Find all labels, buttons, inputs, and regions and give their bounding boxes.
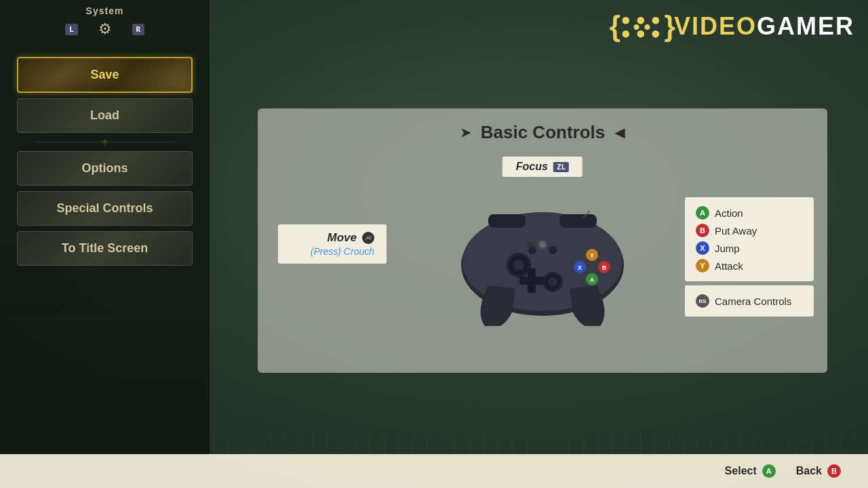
jump-text: Jump	[715, 243, 740, 254]
logo-bracket-right: }	[665, 10, 674, 43]
logo-bracket-left: {	[610, 10, 619, 43]
back-action: Back B	[796, 464, 841, 478]
action-text: Action	[715, 207, 743, 219]
right-controls-panel: A Action B Put Away X Jump Y Attack	[685, 197, 814, 317]
sidebar: System L ⚙ R Save Load Options Special C…	[0, 0, 210, 488]
x-button-icon: X	[696, 241, 709, 255]
r-button[interactable]: R	[132, 24, 145, 35]
main-panel: ➤ Basic Controls ◀ Focus ZL Move 🎮 (Pres…	[258, 108, 827, 373]
logo-gamer: GAMER	[757, 12, 854, 41]
svg-text:B: B	[602, 264, 607, 271]
action-item: A Action	[696, 204, 803, 222]
bottom-a-button[interactable]: A	[762, 464, 776, 478]
basic-controls-title: Basic Controls	[481, 122, 606, 143]
rs-button-icon: RS	[696, 294, 709, 308]
svg-text:Y: Y	[590, 252, 594, 259]
select-label: Select	[725, 465, 757, 477]
options-button[interactable]: Options	[17, 151, 193, 186]
svg-text:A: A	[590, 277, 595, 283]
panel-title: ➤ Basic Controls ◀	[271, 122, 814, 143]
move-label: Move 🎮 (Press) Crouch	[278, 224, 387, 264]
svg-rect-3	[559, 214, 597, 228]
jump-item: X Jump	[696, 239, 803, 257]
b-button-icon: B	[696, 224, 709, 237]
svg-text:X: X	[578, 264, 582, 271]
svg-point-9	[548, 277, 557, 287]
logo-area: { ⬤ ⬤ ⬤ ⬤ ⬤ ⬤ ⬤ ⬤ } VIDEO GAMER	[610, 10, 854, 43]
stick-icon: 🎮	[362, 232, 374, 244]
attack-text: Attack	[715, 260, 743, 272]
controls-area: Focus ZL Move 🎮 (Press) Crouch	[271, 157, 814, 360]
save-button[interactable]: Save	[17, 57, 193, 93]
put-away-item: B Put Away	[696, 222, 803, 239]
svg-rect-24	[528, 242, 534, 247]
svg-point-6	[513, 260, 524, 270]
camera-controls-text: Camera Controls	[715, 296, 791, 307]
svg-point-22	[549, 246, 557, 254]
camera-box: RS Camera Controls	[685, 285, 814, 317]
load-button[interactable]: Load	[17, 98, 193, 133]
arrow-right-deco: ◀	[615, 125, 625, 140]
focus-text: Focus	[516, 161, 548, 173]
to-title-screen-button[interactable]: To Title Screen	[17, 231, 193, 266]
logo-video: VIDEO	[674, 12, 757, 41]
a-button-icon: A	[696, 206, 709, 220]
system-header: System L ⚙ R	[0, 0, 210, 43]
controller-svg: Y B A X	[448, 177, 637, 326]
camera-item: RS Camera Controls	[696, 292, 803, 310]
action-box: A Action B Put Away X Jump Y Attack	[685, 197, 814, 281]
back-label: Back	[796, 465, 822, 477]
bottom-bar: Select A Back B	[0, 454, 868, 488]
move-text: Move	[328, 231, 357, 245]
focus-label: Focus ZL	[502, 157, 583, 177]
select-action: Select A	[725, 464, 776, 478]
gear-icon[interactable]: ⚙	[98, 20, 112, 38]
system-title: System	[86, 5, 124, 16]
arrow-left-deco: ➤	[460, 125, 471, 140]
l-button[interactable]: L	[65, 24, 78, 35]
svg-rect-11	[519, 277, 544, 285]
y-button-icon: Y	[696, 259, 709, 272]
menu-section: Save Load Options Special Controls To Ti…	[0, 50, 210, 272]
svg-point-23	[539, 241, 546, 248]
put-away-text: Put Away	[715, 225, 757, 237]
svg-rect-2	[488, 214, 526, 228]
attack-item: Y Attack	[696, 257, 803, 274]
zl-button-tag: ZL	[553, 162, 569, 172]
divider	[35, 142, 175, 142]
crouch-text: (Press) Crouch	[290, 246, 374, 257]
bottom-b-button[interactable]: B	[827, 464, 841, 478]
special-controls-button[interactable]: Special Controls	[17, 191, 193, 226]
controller-area: Y B A X	[448, 177, 637, 329]
